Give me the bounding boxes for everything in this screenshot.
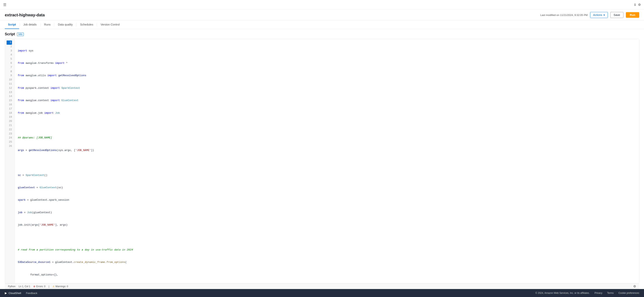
privacy-link[interactable]: Privacy [594, 292, 602, 295]
errors-label: Errors: 0 [36, 285, 45, 288]
run-button[interactable]: Run [626, 12, 639, 18]
code-line-5: from awsglue.context import GlueContext [18, 98, 636, 103]
code-line-3: from awsglue.utils import getResolvedOpt… [18, 74, 636, 78]
tab-script[interactable]: Script [5, 20, 19, 29]
code-line-10 [18, 161, 636, 165]
tab-divider-3 [54, 23, 54, 27]
separator: | [48, 285, 49, 288]
code-line-19: format_options={}, [18, 273, 636, 277]
cursor-position: Ln 1, Col 1 [18, 285, 30, 288]
tab-version-control[interactable]: Version Control [98, 20, 123, 29]
tab-schedules[interactable]: Schedules [77, 20, 96, 29]
feedback-link[interactable]: Feedback [26, 292, 37, 295]
info-badge[interactable]: Info [17, 32, 24, 36]
code-line-16 [18, 235, 636, 240]
tab-data-quality[interactable]: Data quality [55, 20, 76, 29]
code-content-area[interactable]: import sys from awsglue.transforms impor… [14, 39, 639, 284]
actions-button[interactable]: Actions ▾ [590, 12, 608, 18]
code-line-7 [18, 123, 636, 128]
actions-label: Actions [593, 13, 602, 16]
info-icon[interactable]: ℹ [634, 3, 636, 6]
script-section-title: Script [5, 32, 15, 36]
language-indicator: Python [8, 285, 15, 288]
errors-icon: ⊘ [33, 285, 35, 288]
code-line-2: from awsglue.transforms import * [18, 61, 636, 65]
tab-divider-2 [40, 23, 40, 27]
terms-link[interactable]: Terms [607, 292, 614, 295]
code-line-13: spark = glueContext.spark_session [18, 198, 636, 202]
code-editor[interactable]: 1 2 3 4 5 6 7 8 9 10 11 12 13 14 15 16 1… [5, 39, 639, 284]
code-line-12: glueContext = GlueContext(sc) [18, 186, 636, 190]
code-line-14: job = Job(glueContext) [18, 211, 636, 215]
status-bar: Python Ln 1, Col 1 ⊘ Errors: 0 | ⚠ Warni… [5, 284, 639, 289]
errors-indicator: ⊘ Errors: 0 [33, 285, 45, 288]
last-modified-text: Last modified on 11/21/2024, 9:32:05 PM [540, 13, 588, 16]
code-line-9: args = getResolvedOptions(sys.argv, ['JO… [18, 148, 636, 153]
script-container: Script Info 1 2 3 4 5 6 7 8 9 10 11 12 1… [0, 29, 644, 289]
cloudshell-icon: ▶ [5, 292, 7, 295]
code-line-17: # read from a partition corresponding to… [18, 248, 636, 252]
warnings-icon: ⚠ [52, 285, 55, 288]
tab-divider-5 [97, 23, 97, 27]
dropdown-arrow-icon: ▾ [604, 13, 605, 16]
code-line-11: sc = SparkContext() [18, 173, 636, 178]
tab-job-details[interactable]: Job details [20, 20, 40, 29]
line-numbers: 1 2 3 4 5 6 7 8 9 10 11 12 13 14 15 16 1… [5, 39, 14, 284]
tab-runs[interactable]: Runs [41, 20, 54, 29]
top-navigation-bar: ☰ ℹ ⚙ [0, 0, 644, 9]
cookie-preferences-link[interactable]: Cookie preferences [618, 292, 639, 295]
warnings-indicator: ⚠ Warnings: 0 [52, 285, 68, 288]
code-line-8: ## @params: [JOB_NAME] [18, 136, 636, 140]
page-header: extract-highway-data Last modified on 11… [0, 9, 644, 20]
tab-divider-4 [76, 23, 76, 27]
save-button[interactable]: Save [610, 12, 624, 18]
bottom-bar: ▶ CloudShell Feedback © 2024, Amazon Web… [0, 289, 644, 297]
copyright-text: © 2024, Amazon Web Services, Inc. or its… [536, 292, 590, 295]
page-title: extract-highway-data [5, 13, 45, 17]
warnings-label: Warnings: 0 [56, 285, 68, 288]
cloudshell-label[interactable]: CloudShell [8, 292, 21, 295]
settings-icon[interactable]: ⚙ [638, 3, 641, 6]
code-line-1: import sys [18, 49, 636, 53]
code-line-18: S3DataSource_dsource1 = glueContext.crea… [18, 260, 636, 265]
code-line-4: from pyspark.context import SparkContext [18, 86, 636, 90]
hamburger-menu-icon[interactable]: ☰ [3, 2, 6, 7]
tab-bar: Script Job details Runs Data quality Sch… [0, 20, 644, 29]
code-line-6: from awsglue.job import Job [18, 111, 636, 115]
code-line-15: job.init(args['JOB_NAME'], args) [18, 223, 636, 227]
tab-divider-1 [20, 23, 20, 27]
editor-settings-icon[interactable]: ⚙ [633, 285, 636, 288]
